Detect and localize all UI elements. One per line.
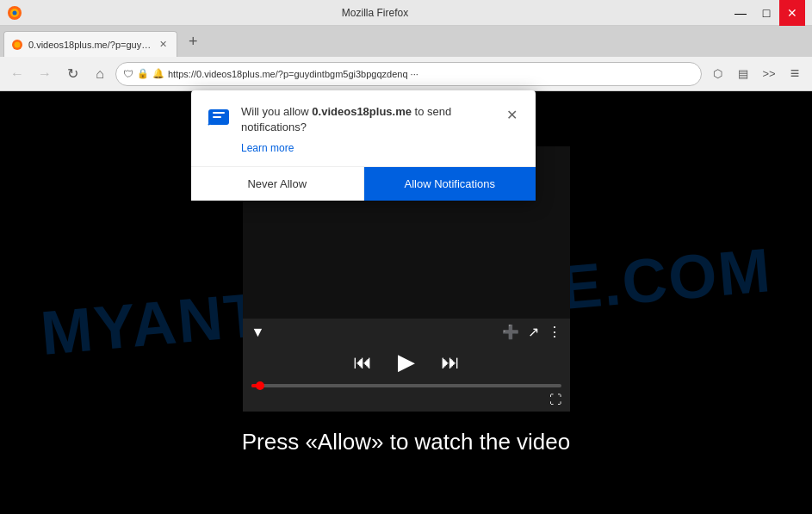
- pocket-button[interactable]: ⬡: [705, 62, 729, 86]
- firefox-icon: [7, 5, 22, 21]
- reader-view-button[interactable]: ▤: [731, 62, 755, 86]
- new-tab-button[interactable]: +: [181, 29, 205, 53]
- nav-right: ⬡ ▤ >> ≡: [705, 62, 807, 86]
- url-text: https://0.videos18plus.me/?p=guydintbgm5…: [168, 69, 694, 79]
- extensions-button[interactable]: >>: [757, 62, 781, 86]
- never-allow-button[interactable]: Never Allow: [191, 167, 364, 201]
- notification-icon: 🔔: [152, 68, 164, 79]
- window-title: Mozilla Firefox: [22, 7, 728, 19]
- play-button[interactable]: ▶: [398, 349, 415, 375]
- popup-buttons: Never Allow Allow Notifications: [191, 166, 536, 201]
- maximize-button[interactable]: □: [753, 0, 779, 26]
- popup-close-button[interactable]: ✕: [501, 104, 522, 125]
- svg-point-2: [13, 10, 17, 15]
- tab-bar: 0.videos18plus.me/?p=guy… ✕ +: [0, 26, 812, 57]
- allow-notifications-button[interactable]: Allow Notifications: [364, 167, 536, 201]
- prev-button[interactable]: ⏮: [353, 351, 372, 374]
- next-button[interactable]: ⏭: [441, 351, 460, 374]
- nav-bar: ← → ↻ ⌂ 🛡 🔒 🔔 https://0.videos18plus.me/…: [0, 57, 812, 91]
- learn-more-link[interactable]: Learn more: [241, 142, 522, 154]
- close-button[interactable]: ✕: [779, 0, 805, 26]
- svg-point-4: [15, 41, 21, 47]
- reload-button[interactable]: ↻: [60, 62, 84, 86]
- fullscreen-button[interactable]: ⛶: [549, 393, 561, 406]
- video-controls: ▼ ➕ ↗ ⋮ ⏮ ▶ ⏭ ⛶: [243, 319, 570, 412]
- dropdown-icon[interactable]: ▼: [251, 325, 265, 340]
- tab-close-button[interactable]: ✕: [156, 38, 170, 52]
- back-button[interactable]: ←: [5, 62, 29, 86]
- shield-icon: 🛡: [123, 68, 133, 80]
- forward-button[interactable]: →: [33, 62, 57, 86]
- window-controls: — □ ✕: [728, 0, 805, 26]
- share-icon[interactable]: ↗: [528, 324, 539, 340]
- title-bar: Mozilla Firefox — □ ✕: [0, 0, 812, 26]
- video-center-controls: ⏮ ▶ ⏭: [251, 349, 561, 375]
- lock-icon: 🔒: [137, 68, 149, 79]
- hamburger-menu-button[interactable]: ≡: [783, 62, 807, 86]
- notification-popup: Will you allow 0.videos18plus.me to send…: [191, 90, 536, 201]
- progress-bar[interactable]: [251, 384, 561, 387]
- popup-site: 0.videos18plus.me: [312, 105, 412, 118]
- home-button[interactable]: ⌂: [88, 62, 112, 86]
- tab-title: 0.videos18plus.me/?p=guy…: [28, 40, 151, 50]
- add-to-playlist-icon[interactable]: ➕: [502, 324, 519, 340]
- bottom-text: Press «Allow» to watch the video: [242, 429, 571, 455]
- url-bar[interactable]: 🛡 🔒 🔔 https://0.videos18plus.me/?p=guydi…: [115, 62, 702, 86]
- progress-dot: [256, 381, 264, 390]
- notification-bell-icon: [205, 104, 232, 132]
- popup-message: Will you allow 0.videos18plus.me to send…: [241, 104, 493, 135]
- minimize-button[interactable]: —: [728, 0, 753, 26]
- more-options-icon[interactable]: ⋮: [548, 324, 561, 340]
- popup-header: Will you allow 0.videos18plus.me to send…: [205, 104, 522, 135]
- browser-tab[interactable]: 0.videos18plus.me/?p=guy… ✕: [3, 31, 177, 57]
- tab-favicon: [11, 39, 23, 51]
